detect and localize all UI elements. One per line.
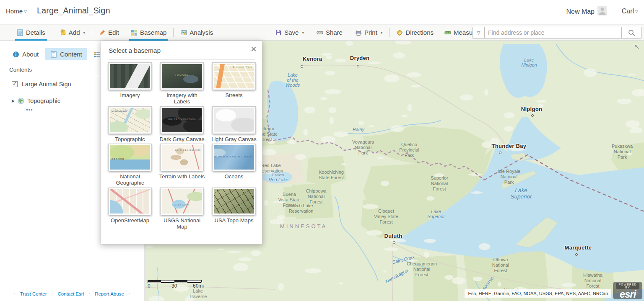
basemap-tile-label: OpenStreetMap — [106, 217, 153, 224]
basemap-thumbnail-dark-gray[interactable]: UNITED KINGDOM — [161, 107, 203, 134]
layer-label[interactable]: Large Animal Sign — [22, 81, 71, 87]
scale-tick: 0 — [148, 283, 151, 289]
basemap-tile-usgs[interactable]: Utah LakeUSGS National Map — [156, 188, 208, 230]
chevron-down-icon: ▽ — [635, 9, 638, 13]
basemap-layer-label[interactable]: Topographic — [27, 98, 60, 104]
printer-icon — [355, 29, 362, 36]
city-marker — [531, 114, 534, 117]
details-button[interactable]: Details — [13, 25, 49, 41]
divider — [0, 287, 145, 287]
basemap-tile-oceans[interactable]: NORTH ATLANTIC OCEANOceans — [208, 144, 260, 186]
thumbnail-map-text: Utah Lake — [162, 203, 202, 206]
search-button[interactable] — [622, 27, 641, 39]
basemap-tile-label: Imagery — [106, 92, 153, 98]
basemap-thumbnail-usa-topo[interactable] — [213, 188, 255, 215]
basemap-thumbnail-natgeo[interactable]: FRANCE — [109, 144, 151, 171]
contents-heading: Contents — [9, 67, 32, 73]
layer-options-dots[interactable]: ••• — [26, 107, 33, 113]
pencil-icon — [99, 29, 106, 36]
add-button[interactable]: Add▾ — [55, 25, 89, 41]
footer-link-trust-center[interactable]: Trust Center — [20, 291, 47, 296]
basemap-thumbnail-oceans[interactable]: NORTH ATLANTIC OCEAN — [213, 144, 255, 171]
basemap-thumbnail-topographic[interactable]: Lewistown — [109, 107, 151, 134]
scale-bar-graphic — [148, 280, 202, 283]
search-input[interactable] — [484, 27, 622, 39]
chevron-down-icon: ▾ — [83, 31, 86, 35]
basemap-tile-label: USA Topo Maps — [210, 217, 257, 224]
share-button[interactable]: Share — [312, 25, 347, 41]
search-scope-dropdown[interactable]: ▽ — [473, 27, 484, 39]
map-attribution: Esri, HERE, Garmin, FAO, NOAA, USGS, EPA… — [465, 289, 611, 298]
panel-footer-links: Trust CenterContact EsriReport Abuse — [9, 291, 135, 296]
scale-tick: 30 — [171, 283, 177, 289]
globe-icon — [18, 98, 24, 104]
save-button[interactable]: Save▾ — [271, 25, 308, 41]
print-button[interactable]: Print▾ — [351, 25, 387, 41]
basemap-tile-usa-topo[interactable]: USA Topo Maps — [208, 188, 260, 230]
northwest-arrow-icon[interactable]: ↖ — [634, 42, 640, 51]
arcgis-map-viewer: Home▽ Large_Animal_Sign New Map Carl▽ De… — [0, 0, 644, 301]
new-map-button[interactable]: New Map — [566, 8, 595, 15]
thumbnail-map-text: UNITED KINGDOM — [162, 118, 202, 121]
home-menu[interactable]: Home▽ — [6, 8, 27, 15]
layer-checkbox[interactable] — [12, 81, 18, 87]
basemap-gallery-dialog: Select a basemap ✕ ImageryLONDONImagery … — [101, 41, 262, 244]
basemap-tile-osm[interactable]: OpenStreetMap — [104, 188, 156, 230]
basemap-tile-label: Light Gray Canvas — [210, 136, 257, 142]
basemap-tile-label: National Geographic — [106, 173, 153, 186]
basemap-tile-natgeo[interactable]: FRANCENational Geographic — [104, 144, 156, 186]
dot-separator — [52, 293, 52, 294]
basemap-thumbnail-streets[interactable]: Brenner Park — [213, 63, 255, 90]
add-layer-icon — [60, 29, 66, 36]
basemap-tile-imagery[interactable]: Imagery — [104, 63, 156, 105]
ruler-icon — [444, 29, 451, 36]
basemap-thumbnail-imagery-labels[interactable]: LONDON — [161, 63, 203, 90]
basemap-tile-topographic[interactable]: LewistownTopographic — [104, 107, 156, 142]
basemap-tile-label: Terrain with Labels — [158, 173, 205, 180]
tab-content[interactable]: Content — [45, 48, 87, 60]
details-icon — [17, 29, 23, 36]
search-icon — [628, 29, 635, 36]
avatar[interactable] — [597, 6, 607, 15]
basemap-thumbnail-osm[interactable] — [109, 188, 151, 215]
directions-icon — [396, 29, 403, 36]
directions-button[interactable]: Directions — [392, 25, 438, 41]
user-menu[interactable]: Carl▽ — [622, 8, 638, 15]
thumbnail-map-text: NORTH ATLANTIC OCEAN — [214, 155, 254, 158]
analysis-button[interactable]: Analysis — [176, 25, 217, 41]
expand-arrow-icon[interactable]: ▶ — [12, 99, 15, 103]
basemap-button[interactable]: Basemap — [127, 25, 171, 41]
person-icon — [597, 6, 607, 15]
scale-tick: 60mi — [193, 283, 204, 289]
thumbnail-map-text: Lewistown — [110, 110, 150, 112]
basemap-thumbnail-imagery[interactable] — [109, 63, 151, 90]
basemap-tile-label: USGS National Map — [158, 217, 205, 230]
footer-link-report-abuse[interactable]: Report Abuse — [95, 291, 124, 296]
basemap-layer-item: ▶ Topographic — [12, 98, 60, 104]
footer-link-contact-esri[interactable]: Contact Esri — [57, 291, 84, 296]
basemap-thumbnail-usgs[interactable]: Utah Lake — [161, 188, 203, 215]
basemap-tile-label: Imagery with Labels — [158, 92, 205, 105]
basemap-tile-terrain[interactable]: Colorado SpringsTerrain with Labels — [156, 144, 208, 186]
basemap-tile-label: Dark Gray Canvas — [158, 136, 205, 142]
basemap-tile-dark-gray[interactable]: UNITED KINGDOMDark Gray Canvas — [156, 107, 208, 142]
basemap-tile-imagery-labels[interactable]: LONDONImagery with Labels — [156, 63, 208, 105]
city-marker — [393, 241, 395, 244]
tab-about[interactable]: About — [8, 48, 44, 60]
basemap-thumbnail-light-gray[interactable] — [213, 107, 255, 134]
dot-separator — [129, 293, 130, 294]
thumbnail-map-text: Colorado Springs — [162, 149, 202, 151]
basemap-tile-label: Oceans — [210, 173, 257, 180]
divider — [109, 59, 255, 60]
city-marker — [575, 253, 578, 256]
close-icon[interactable]: ✕ — [250, 44, 257, 54]
chevron-down-icon: ▽ — [24, 9, 27, 13]
link-icon — [317, 29, 323, 36]
save-icon — [275, 29, 282, 36]
basemap-tile-streets[interactable]: Brenner ParkStreets — [208, 63, 260, 105]
basemap-tile-light-gray[interactable]: Light Gray Canvas — [208, 107, 260, 142]
chevron-down-icon: ▾ — [302, 31, 304, 35]
edit-button[interactable]: Edit — [95, 25, 123, 41]
basemap-grid-icon — [131, 29, 138, 36]
basemap-thumbnail-terrain[interactable]: Colorado Springs — [161, 144, 203, 171]
